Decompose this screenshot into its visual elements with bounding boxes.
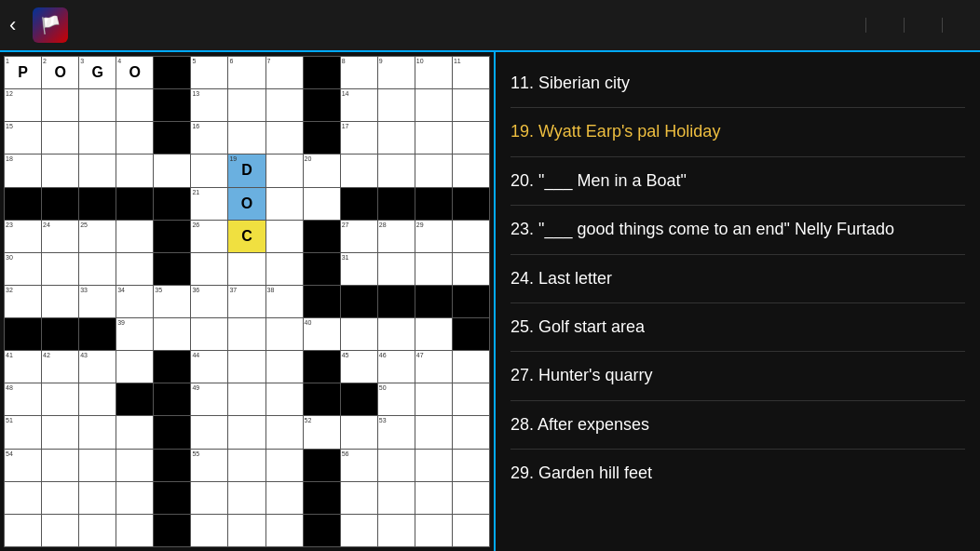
grid-cell[interactable]: 28: [378, 221, 415, 252]
grid-cell[interactable]: 19D: [228, 155, 265, 186]
grid-cell[interactable]: [228, 318, 265, 350]
grid-cell[interactable]: [79, 253, 116, 285]
grid-cell[interactable]: [154, 253, 190, 285]
grid-cell[interactable]: 3G: [79, 57, 116, 88]
grid-cell[interactable]: [453, 221, 489, 252]
grid-cell[interactable]: [42, 188, 78, 220]
grid-cell[interactable]: [378, 515, 415, 546]
grid-cell[interactable]: [79, 416, 116, 448]
grid-cell[interactable]: 1P: [5, 57, 41, 88]
grid-cell[interactable]: [42, 450, 78, 481]
grid-cell[interactable]: [154, 188, 190, 220]
grid-cell[interactable]: 46: [378, 351, 415, 383]
clue-item[interactable]: 11. Siberian city: [510, 60, 965, 108]
grid-cell[interactable]: [191, 416, 227, 448]
grid-cell[interactable]: [154, 383, 190, 415]
grid-cell[interactable]: [266, 221, 303, 252]
grid-cell[interactable]: [266, 318, 303, 350]
grid-cell[interactable]: [266, 515, 303, 546]
grid-cell[interactable]: [378, 450, 415, 481]
grid-cell[interactable]: [415, 482, 452, 514]
grid-cell[interactable]: [341, 286, 377, 317]
grid-cell[interactable]: [378, 155, 415, 186]
grid-cell[interactable]: [453, 89, 489, 121]
grid-cell[interactable]: [341, 318, 377, 350]
grid-cell[interactable]: 30: [5, 253, 41, 285]
grid-cell[interactable]: 41: [5, 351, 41, 383]
grid-cell[interactable]: [154, 416, 190, 448]
grid-cell[interactable]: 43: [79, 351, 116, 383]
grid-cell[interactable]: [415, 286, 452, 317]
grid-cell[interactable]: [154, 318, 190, 350]
grid-cell[interactable]: [453, 253, 489, 285]
grid-cell[interactable]: [304, 383, 340, 415]
grid-cell[interactable]: [378, 89, 415, 121]
grid-cell[interactable]: [415, 416, 452, 448]
grid-cell[interactable]: [304, 286, 340, 317]
grid-cell[interactable]: [415, 188, 452, 220]
grid-cell[interactable]: [266, 122, 303, 154]
grid-cell[interactable]: [266, 351, 303, 383]
grid-cell[interactable]: [304, 89, 340, 121]
grid-cell[interactable]: 24: [42, 221, 78, 252]
grid-cell[interactable]: [378, 253, 415, 285]
grid-cell[interactable]: [453, 515, 489, 546]
grid-cell[interactable]: [341, 188, 377, 220]
grid-cell[interactable]: [453, 122, 489, 154]
grid-cell[interactable]: [116, 515, 153, 546]
grid-cell[interactable]: [266, 482, 303, 514]
clue-item[interactable]: 23. "___ good things come to an end" Nel…: [510, 206, 965, 254]
clue-item[interactable]: 28. After expenses: [510, 401, 965, 450]
grid-cell[interactable]: 56: [341, 450, 377, 481]
grid-cell[interactable]: [378, 318, 415, 350]
grid-cell[interactable]: [453, 188, 489, 220]
grid-cell[interactable]: [304, 57, 340, 88]
grid-cell[interactable]: [42, 286, 78, 317]
grid-cell[interactable]: 40: [304, 318, 340, 350]
clue-item[interactable]: 25. Golf start area: [510, 303, 965, 352]
grid-cell[interactable]: 54: [5, 450, 41, 481]
grid-cell[interactable]: 32: [5, 286, 41, 317]
grid-cell[interactable]: [453, 286, 489, 317]
grid-cell[interactable]: [453, 383, 489, 415]
grid-cell[interactable]: [79, 188, 116, 220]
grid-cell[interactable]: [304, 482, 340, 514]
grid-cell[interactable]: C: [228, 221, 265, 252]
grid-cell[interactable]: [304, 450, 340, 481]
grid-cell[interactable]: [42, 383, 78, 415]
grid-cell[interactable]: [42, 122, 78, 154]
grid-cell[interactable]: 44: [191, 351, 227, 383]
grid-cell[interactable]: [42, 482, 78, 514]
grid-cell[interactable]: 34: [116, 286, 153, 317]
grid-cell[interactable]: 2O: [42, 57, 78, 88]
grid-cell[interactable]: [228, 122, 265, 154]
grid-cell[interactable]: [79, 383, 116, 415]
grid-cell[interactable]: 7: [266, 57, 303, 88]
grid-cell[interactable]: 13: [191, 89, 227, 121]
grid-cell[interactable]: 20: [304, 155, 340, 186]
grid-cell[interactable]: [42, 318, 78, 350]
grid-cell[interactable]: 39: [116, 318, 153, 350]
grid-cell[interactable]: [304, 221, 340, 252]
grid-cell[interactable]: [266, 383, 303, 415]
grid-cell[interactable]: [154, 482, 190, 514]
grid-cell[interactable]: [154, 122, 190, 154]
grid-cell[interactable]: [341, 482, 377, 514]
grid-cell[interactable]: [266, 155, 303, 186]
grid-cell[interactable]: [42, 253, 78, 285]
grid-cell[interactable]: [5, 482, 41, 514]
grid-cell[interactable]: [453, 450, 489, 481]
grid-cell[interactable]: [191, 155, 227, 186]
grid-cell[interactable]: 27: [341, 221, 377, 252]
grid-cell[interactable]: 15: [5, 122, 41, 154]
grid-cell[interactable]: [415, 318, 452, 350]
grid-cell[interactable]: [154, 450, 190, 481]
grid-cell[interactable]: [228, 416, 265, 448]
grid-cell[interactable]: [341, 515, 377, 546]
grid-cell[interactable]: [154, 155, 190, 186]
grid-cell[interactable]: [304, 351, 340, 383]
grid-cell[interactable]: [191, 253, 227, 285]
grid-cell[interactable]: [79, 318, 116, 350]
grid-cell[interactable]: 18: [5, 155, 41, 186]
grid-cell[interactable]: [79, 482, 116, 514]
